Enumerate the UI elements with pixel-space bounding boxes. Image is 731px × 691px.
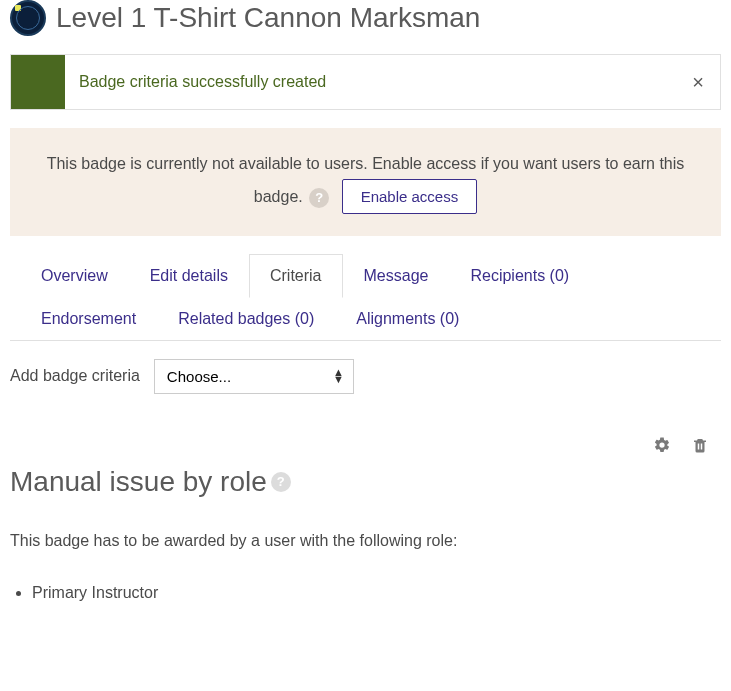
page-title: Level 1 T-Shirt Cannon Marksman: [56, 2, 480, 34]
tab-bar: Overview Edit details Criteria Message R…: [10, 254, 721, 341]
add-criteria-label: Add badge criteria: [10, 367, 140, 385]
tab-related-badges[interactable]: Related badges (0): [157, 297, 335, 341]
section-description: This badge has to be awarded by a user w…: [10, 532, 721, 550]
tab-overview[interactable]: Overview: [20, 254, 129, 298]
gear-icon: [653, 436, 671, 454]
close-icon: ×: [692, 71, 704, 93]
trash-icon: [691, 436, 709, 454]
success-alert: Badge criteria successfully created ×: [10, 54, 721, 110]
tab-edit-details[interactable]: Edit details: [129, 254, 249, 298]
settings-button[interactable]: [651, 434, 673, 456]
tab-criteria[interactable]: Criteria: [249, 254, 343, 298]
alert-accent-bar: [11, 55, 65, 109]
help-icon[interactable]: ?: [309, 188, 329, 208]
section-title-row: Manual issue by role ?: [10, 466, 721, 498]
delete-button[interactable]: [689, 434, 711, 456]
enable-access-button[interactable]: Enable access: [342, 179, 478, 214]
tab-endorsement[interactable]: Endorsement: [20, 297, 157, 341]
info-box: This badge is currently not available to…: [10, 128, 721, 236]
add-criteria-select[interactable]: Choose...: [154, 359, 354, 394]
tab-message[interactable]: Message: [343, 254, 450, 298]
alert-message: Badge criteria successfully created: [65, 55, 676, 109]
badge-thumbnail-icon: [10, 0, 46, 36]
tab-recipients[interactable]: Recipients (0): [449, 254, 590, 298]
section-title: Manual issue by role: [10, 466, 267, 498]
help-icon[interactable]: ?: [271, 472, 291, 492]
role-list: Primary Instructor: [10, 584, 721, 602]
tab-alignments[interactable]: Alignments (0): [335, 297, 480, 341]
close-alert-button[interactable]: ×: [676, 71, 720, 94]
list-item: Primary Instructor: [32, 584, 721, 602]
